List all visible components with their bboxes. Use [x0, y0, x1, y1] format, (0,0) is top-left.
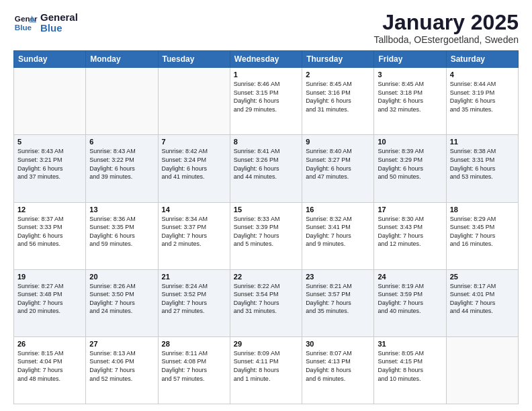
- table-row: [446, 336, 518, 404]
- col-tuesday: Tuesday: [158, 51, 230, 68]
- day-number: 18: [450, 205, 515, 214]
- table-row: 19Sunrise: 8:27 AM Sunset: 3:48 PM Dayli…: [14, 269, 86, 336]
- col-saturday: Saturday: [446, 51, 518, 68]
- col-thursday: Thursday: [302, 51, 374, 68]
- svg-text:Blue: Blue: [15, 23, 32, 32]
- day-number: 21: [162, 273, 226, 281]
- col-sunday: Sunday: [14, 51, 86, 68]
- table-row: 15Sunrise: 8:33 AM Sunset: 3:39 PM Dayli…: [230, 202, 302, 269]
- day-number: 31: [378, 340, 442, 348]
- page: General Blue General Blue January 2025 T…: [0, 0, 532, 411]
- day-number: 5: [17, 138, 82, 146]
- day-info: Sunrise: 8:26 AM Sunset: 3:50 PM Dayligh…: [89, 282, 154, 316]
- header: General Blue General Blue January 2025 T…: [13, 11, 519, 45]
- table-row: 16Sunrise: 8:32 AM Sunset: 3:41 PM Dayli…: [302, 202, 374, 269]
- day-info: Sunrise: 8:43 AM Sunset: 3:21 PM Dayligh…: [17, 147, 82, 181]
- col-friday: Friday: [374, 51, 446, 68]
- day-number: 14: [162, 205, 226, 214]
- title-block: January 2025 Tallboda, OEstergoetland, S…: [373, 11, 519, 45]
- table-row: [86, 68, 158, 135]
- table-row: 7Sunrise: 8:42 AM Sunset: 3:24 PM Daylig…: [158, 135, 230, 202]
- table-row: 24Sunrise: 8:19 AM Sunset: 3:59 PM Dayli…: [374, 269, 446, 336]
- table-row: 22Sunrise: 8:22 AM Sunset: 3:54 PM Dayli…: [230, 269, 302, 336]
- day-info: Sunrise: 8:13 AM Sunset: 4:06 PM Dayligh…: [89, 349, 154, 383]
- day-info: Sunrise: 8:27 AM Sunset: 3:48 PM Dayligh…: [17, 282, 82, 316]
- day-number: 1: [234, 71, 298, 79]
- day-number: 30: [306, 340, 370, 348]
- table-row: 21Sunrise: 8:24 AM Sunset: 3:52 PM Dayli…: [158, 269, 230, 336]
- day-number: 8: [234, 138, 298, 146]
- week-row: 12Sunrise: 8:37 AM Sunset: 3:33 PM Dayli…: [14, 202, 519, 269]
- day-info: Sunrise: 8:22 AM Sunset: 3:54 PM Dayligh…: [234, 282, 298, 316]
- day-info: Sunrise: 8:45 AM Sunset: 3:18 PM Dayligh…: [378, 80, 442, 113]
- day-info: Sunrise: 8:38 AM Sunset: 3:31 PM Dayligh…: [450, 147, 515, 181]
- table-row: 25Sunrise: 8:17 AM Sunset: 4:01 PM Dayli…: [446, 269, 518, 336]
- table-row: 6Sunrise: 8:43 AM Sunset: 3:22 PM Daylig…: [86, 135, 158, 202]
- day-info: Sunrise: 8:09 AM Sunset: 4:11 PM Dayligh…: [234, 349, 298, 383]
- day-number: 25: [450, 273, 515, 281]
- day-info: Sunrise: 8:33 AM Sunset: 3:39 PM Dayligh…: [234, 215, 298, 248]
- day-number: 28: [162, 340, 226, 348]
- table-row: 5Sunrise: 8:43 AM Sunset: 3:21 PM Daylig…: [14, 135, 86, 202]
- day-info: Sunrise: 8:41 AM Sunset: 3:26 PM Dayligh…: [234, 147, 298, 181]
- calendar-table: Sunday Monday Tuesday Wednesday Thursday…: [13, 50, 519, 404]
- table-row: 20Sunrise: 8:26 AM Sunset: 3:50 PM Dayli…: [86, 269, 158, 336]
- table-row: 26Sunrise: 8:15 AM Sunset: 4:04 PM Dayli…: [14, 336, 86, 404]
- week-row: 1Sunrise: 8:46 AM Sunset: 3:15 PM Daylig…: [14, 68, 519, 135]
- day-number: 16: [306, 205, 370, 214]
- day-info: Sunrise: 8:11 AM Sunset: 4:08 PM Dayligh…: [162, 349, 226, 383]
- col-monday: Monday: [86, 51, 158, 68]
- day-number: 23: [306, 273, 370, 281]
- day-number: 15: [234, 205, 298, 214]
- day-number: 12: [17, 205, 82, 214]
- day-info: Sunrise: 8:44 AM Sunset: 3:19 PM Dayligh…: [450, 80, 515, 113]
- day-info: Sunrise: 8:05 AM Sunset: 4:15 PM Dayligh…: [378, 349, 442, 383]
- table-row: [158, 68, 230, 135]
- day-number: 9: [306, 138, 370, 146]
- week-row: 19Sunrise: 8:27 AM Sunset: 3:48 PM Dayli…: [14, 269, 519, 336]
- day-number: 7: [162, 138, 226, 146]
- table-row: 23Sunrise: 8:21 AM Sunset: 3:57 PM Dayli…: [302, 269, 374, 336]
- table-row: 30Sunrise: 8:07 AM Sunset: 4:13 PM Dayli…: [302, 336, 374, 404]
- day-info: Sunrise: 8:17 AM Sunset: 4:01 PM Dayligh…: [450, 282, 515, 316]
- week-row: 5Sunrise: 8:43 AM Sunset: 3:21 PM Daylig…: [14, 135, 519, 202]
- table-row: 29Sunrise: 8:09 AM Sunset: 4:11 PM Dayli…: [230, 336, 302, 404]
- month-title: January 2025: [373, 11, 519, 34]
- day-info: Sunrise: 8:42 AM Sunset: 3:24 PM Dayligh…: [162, 147, 226, 181]
- day-number: 17: [378, 205, 442, 214]
- day-number: 6: [89, 138, 154, 146]
- table-row: 9Sunrise: 8:40 AM Sunset: 3:27 PM Daylig…: [302, 135, 374, 202]
- day-number: 27: [89, 340, 154, 348]
- table-row: 4Sunrise: 8:44 AM Sunset: 3:19 PM Daylig…: [446, 68, 518, 135]
- day-info: Sunrise: 8:24 AM Sunset: 3:52 PM Dayligh…: [162, 282, 226, 316]
- table-row: 11Sunrise: 8:38 AM Sunset: 3:31 PM Dayli…: [446, 135, 518, 202]
- table-row: 18Sunrise: 8:29 AM Sunset: 3:45 PM Dayli…: [446, 202, 518, 269]
- day-number: 4: [450, 71, 515, 79]
- table-row: 10Sunrise: 8:39 AM Sunset: 3:29 PM Dayli…: [374, 135, 446, 202]
- table-row: 8Sunrise: 8:41 AM Sunset: 3:26 PM Daylig…: [230, 135, 302, 202]
- day-info: Sunrise: 8:46 AM Sunset: 3:15 PM Dayligh…: [234, 80, 298, 113]
- day-info: Sunrise: 8:37 AM Sunset: 3:33 PM Dayligh…: [17, 215, 82, 248]
- day-number: 3: [378, 71, 442, 79]
- week-row: 26Sunrise: 8:15 AM Sunset: 4:04 PM Dayli…: [14, 336, 519, 404]
- col-wednesday: Wednesday: [230, 51, 302, 68]
- day-info: Sunrise: 8:19 AM Sunset: 3:59 PM Dayligh…: [378, 282, 442, 316]
- day-info: Sunrise: 8:15 AM Sunset: 4:04 PM Dayligh…: [17, 349, 82, 383]
- table-row: 13Sunrise: 8:36 AM Sunset: 3:35 PM Dayli…: [86, 202, 158, 269]
- location-subtitle: Tallboda, OEstergoetland, Sweden: [373, 34, 519, 45]
- header-row: Sunday Monday Tuesday Wednesday Thursday…: [14, 51, 519, 68]
- logo-general: General: [40, 12, 78, 24]
- day-info: Sunrise: 8:45 AM Sunset: 3:16 PM Dayligh…: [306, 80, 370, 113]
- table-row: [14, 68, 86, 135]
- table-row: 31Sunrise: 8:05 AM Sunset: 4:15 PM Dayli…: [374, 336, 446, 404]
- table-row: 12Sunrise: 8:37 AM Sunset: 3:33 PM Dayli…: [14, 202, 86, 269]
- table-row: 3Sunrise: 8:45 AM Sunset: 3:18 PM Daylig…: [374, 68, 446, 135]
- table-row: 28Sunrise: 8:11 AM Sunset: 4:08 PM Dayli…: [158, 336, 230, 404]
- day-info: Sunrise: 8:43 AM Sunset: 3:22 PM Dayligh…: [89, 147, 154, 181]
- day-info: Sunrise: 8:29 AM Sunset: 3:45 PM Dayligh…: [450, 215, 515, 248]
- day-number: 2: [306, 71, 370, 79]
- day-number: 20: [89, 273, 154, 281]
- table-row: 2Sunrise: 8:45 AM Sunset: 3:16 PM Daylig…: [302, 68, 374, 135]
- day-info: Sunrise: 8:40 AM Sunset: 3:27 PM Dayligh…: [306, 147, 370, 181]
- table-row: 14Sunrise: 8:34 AM Sunset: 3:37 PM Dayli…: [158, 202, 230, 269]
